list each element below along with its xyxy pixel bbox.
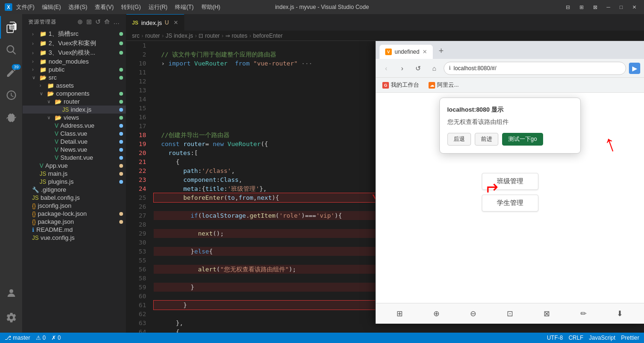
bc-indexjs[interactable]: JS index.js <box>165 33 193 39</box>
bc-router2[interactable]: ⊡ router <box>198 33 220 39</box>
activity-debug[interactable] <box>0 84 23 106</box>
tree-label: 1、插槽src <box>49 30 126 38</box>
tree-item-readme[interactable]: ℹ README.md <box>23 226 126 234</box>
tree-item-public[interactable]: › 📁 public <box>23 65 126 74</box>
menu-view[interactable]: 查看(V) <box>95 3 114 11</box>
download-icon[interactable]: ⬇ <box>612 306 627 321</box>
status-language[interactable]: JavaScript <box>589 335 615 341</box>
collapse-icon[interactable]: ⟰ <box>104 18 110 25</box>
new-tab-btn[interactable]: + <box>435 44 448 57</box>
tree-item-src[interactable]: ∨ 📂 src <box>23 74 126 82</box>
status-eol[interactable]: CRLF <box>569 335 583 341</box>
home-btn[interactable]: ⌂ <box>428 62 441 75</box>
git-file-icon: 🔧 <box>32 187 39 193</box>
expand-icon[interactable]: ⊠ <box>539 306 554 321</box>
maximize-btn[interactable]: □ <box>617 3 626 11</box>
tree-item-node[interactable]: › 📁 node_modules <box>23 57 126 65</box>
tree-item-vuex2[interactable]: › 📁 3、Vuex的模块... <box>23 48 126 57</box>
status-errors[interactable]: ⚠ 0 <box>36 335 46 341</box>
edit-icon[interactable]: ✏ <box>576 306 591 321</box>
bc-beforeenter[interactable]: beforeEnter <box>253 33 283 39</box>
browser-tab[interactable]: V undefined ✕ <box>380 45 433 59</box>
tree-item-plugins[interactable]: JS plugins.js <box>23 178 126 186</box>
tree-item-vuex1[interactable]: › 📁 2、Vuex求和案例 <box>23 39 126 48</box>
tree-item-babel[interactable]: JS babel.config.js <box>23 194 126 202</box>
tree-item-indexjs[interactable]: JS index.js <box>23 106 126 114</box>
tree-item-views[interactable]: ∨ 📂 views <box>23 114 126 122</box>
menu-run[interactable]: 运行(R) <box>149 3 168 11</box>
status-encoding[interactable]: UTF-8 <box>547 335 563 341</box>
tree-item-pkglock[interactable]: {} package-lock.json <box>23 210 126 218</box>
tree-label: 3、Vuex的模块... <box>49 49 126 57</box>
tree-item-address[interactable]: V Address.vue <box>23 122 126 130</box>
bc-sep: › <box>141 33 143 39</box>
bookmark-aliyun[interactable]: ☁ 阿里云... <box>426 80 462 90</box>
tree-item-gitignore[interactable]: 🔧 .gitignore <box>23 186 126 194</box>
status-formatter[interactable]: Prettier <box>621 335 639 341</box>
tree-item-class[interactable]: V Class.vue <box>23 130 126 138</box>
tree-item-student[interactable]: V Student.vue <box>23 154 126 162</box>
folder-icon: 📁 <box>40 49 47 56</box>
refresh-btn[interactable]: ↺ <box>412 62 425 75</box>
activity-extensions[interactable] <box>0 106 23 129</box>
tree-item-components[interactable]: ∨ 📂 components <box>23 90 126 98</box>
fit-icon[interactable]: ⊡ <box>502 306 517 321</box>
tree-item-news[interactable]: V News.vue <box>23 146 126 154</box>
tree-item-router[interactable]: ∨ 📂 router <box>23 98 126 106</box>
status-dot <box>119 156 123 160</box>
close-btn[interactable]: ✕ <box>629 3 639 11</box>
menu-terminal[interactable]: 终端(T) <box>175 3 193 11</box>
tab-bar: JS index.js U ✕ <box>126 14 644 31</box>
tab-close-btn[interactable]: ✕ <box>173 19 178 26</box>
menu-goto[interactable]: 转到(G) <box>121 3 140 11</box>
alert-test-btn[interactable]: 测试一下go <box>502 133 543 146</box>
arrow-icon: ∨ <box>47 115 55 120</box>
activity-git[interactable]: 39 <box>0 61 23 84</box>
tree-item-jsconfig[interactable]: {} jsconfig.json <box>23 202 126 210</box>
menu-edit[interactable]: 编辑(E) <box>42 3 61 11</box>
activity-account[interactable] <box>0 282 23 304</box>
extensions-btn[interactable]: ▶ <box>629 63 640 74</box>
new-folder-icon[interactable]: ⊞ <box>86 18 92 25</box>
bc-routes[interactable]: ⇒ routes <box>225 33 248 39</box>
zoom-out-icon[interactable]: ⊖ <box>466 306 481 321</box>
layout-btn2[interactable]: ⊞ <box>577 3 586 11</box>
status-dot <box>119 76 123 80</box>
tree-item-vueconfig[interactable]: JS vue.config.js <box>23 234 126 242</box>
tree-item-pkg[interactable]: {} package.json <box>23 218 126 226</box>
layout-btn[interactable]: ⊟ <box>563 3 573 11</box>
minimize-btn[interactable]: ─ <box>604 3 613 11</box>
activity-search[interactable] <box>0 39 23 61</box>
tree-item-app[interactable]: V App.vue <box>23 162 126 170</box>
browser-url-bar[interactable]: ℹ localhost:8080/#/ <box>444 62 626 75</box>
new-file-icon[interactable]: ⊕ <box>77 18 83 25</box>
menu-file[interactable]: 文件(F) <box>16 3 34 11</box>
tree-item-detail[interactable]: V Detail.vue <box>23 138 126 146</box>
js-file-icon: JS <box>32 235 39 241</box>
bc-router[interactable]: router <box>145 33 160 39</box>
status-branch[interactable]: ⎇ master <box>5 335 30 341</box>
alert-forward-btn[interactable]: 前进 <box>475 133 498 146</box>
grid-icon[interactable]: ⊞ <box>392 306 407 321</box>
activity-explorer[interactable] <box>0 16 23 39</box>
bc-src[interactable]: src <box>132 33 140 39</box>
more-icon[interactable]: … <box>113 18 120 25</box>
browser-tab-close-btn[interactable]: ✕ <box>422 49 427 55</box>
title-bar-menu[interactable]: 文件(F) 编辑(E) 选择(S) 查看(V) 转到(G) 运行(R) 终端(T… <box>16 3 220 11</box>
tab-indexjs[interactable]: JS index.js U ✕ <box>126 14 184 31</box>
menu-help[interactable]: 帮助(H) <box>201 3 221 11</box>
forward-btn[interactable]: › <box>396 62 409 75</box>
split-btn[interactable]: ⊠ <box>590 3 600 11</box>
alert-back-btn[interactable]: 后退 <box>447 133 471 146</box>
tree-item-main[interactable]: JS main.js <box>23 170 126 178</box>
activity-settings[interactable] <box>0 306 23 329</box>
bookmark-workspace[interactable]: G 我的工作台 <box>380 80 422 90</box>
refresh-icon[interactable]: ↺ <box>95 18 101 25</box>
status-warnings[interactable]: ✗ 0 <box>51 335 61 341</box>
sidebar-header-icons: ⊕ ⊞ ↺ ⟰ … <box>77 18 120 25</box>
tree-item-slots[interactable]: › 📁 1、插槽src <box>23 29 126 39</box>
menu-select[interactable]: 选择(S) <box>68 3 87 11</box>
tree-item-assets[interactable]: › 📁 assets <box>23 82 126 90</box>
back-btn[interactable]: ‹ <box>380 62 393 75</box>
zoom-in-icon[interactable]: ⊕ <box>429 306 444 321</box>
